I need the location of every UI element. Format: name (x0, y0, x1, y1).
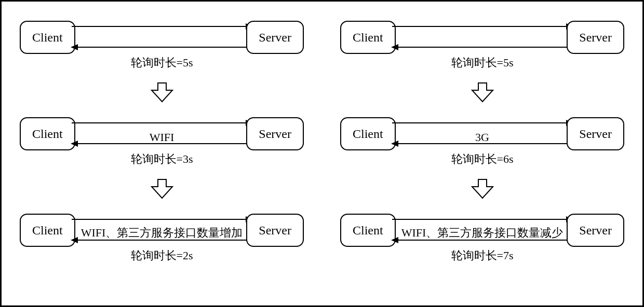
server-node: Server (246, 21, 304, 54)
left-column: Client Server 轮询时长=5s WIFI Client Server… (2, 2, 322, 305)
request-arrow (72, 219, 252, 220)
right-stage-3: WIFI、第三方服务接口数量减少 Client Server 轮询时长=7s (340, 202, 624, 275)
down-arrow-icon (20, 82, 304, 106)
server-node: Server (246, 214, 304, 247)
response-arrow (392, 47, 572, 48)
down-arrow-icon (20, 178, 304, 202)
polling-label: 轮询时长=5s (72, 55, 252, 71)
arrows-pair (392, 21, 572, 53)
arrows-pair (72, 21, 252, 53)
response-arrow (392, 240, 572, 241)
server-node: Server (567, 117, 624, 150)
server-node: Server (246, 117, 304, 150)
server-node: Server (567, 21, 624, 54)
arrows-pair (392, 117, 572, 149)
left-stage-1: Client Server 轮询时长=5s (20, 9, 304, 82)
request-arrow (392, 122, 572, 123)
response-arrow (72, 143, 252, 144)
polling-label: 轮询时长=6s (392, 151, 572, 167)
polling-label: 轮询时长=3s (72, 151, 252, 167)
polling-label: 轮询时长=2s (72, 248, 252, 263)
response-arrow (72, 240, 252, 241)
response-arrow (392, 143, 572, 144)
arrows-pair (72, 214, 252, 246)
left-stage-3: WIFI、第三方服务接口数量增加 Client Server 轮询时长=2s (20, 202, 304, 275)
right-column: Client Server 轮询时长=5s 3G Client Server 轮… (322, 2, 642, 305)
client-node: Client (20, 21, 75, 54)
response-arrow (72, 47, 252, 48)
down-arrow-icon (340, 82, 624, 106)
request-arrow (72, 26, 252, 27)
request-arrow (392, 26, 572, 27)
client-node: Client (20, 214, 75, 247)
arrows-pair (72, 117, 252, 149)
down-arrow-icon (340, 178, 624, 202)
client-node: Client (20, 117, 75, 150)
request-arrow (392, 219, 572, 220)
client-node: Client (340, 117, 396, 150)
arrows-pair (392, 214, 572, 246)
diagram-frame: Client Server 轮询时长=5s WIFI Client Server… (0, 0, 644, 307)
client-node: Client (340, 21, 396, 54)
right-stage-2: 3G Client Server 轮询时长=6s (340, 106, 624, 178)
polling-label: 轮询时长=5s (392, 55, 572, 71)
client-node: Client (340, 214, 396, 247)
request-arrow (72, 122, 252, 123)
left-stage-2: WIFI Client Server 轮询时长=3s (20, 106, 304, 178)
polling-label: 轮询时长=7s (392, 248, 572, 263)
right-stage-1: Client Server 轮询时长=5s (340, 9, 624, 82)
server-node: Server (567, 214, 624, 247)
